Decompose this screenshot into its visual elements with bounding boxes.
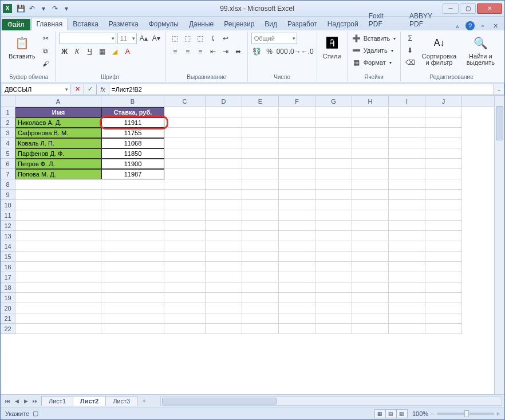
cell-B5[interactable]: 11850	[101, 148, 164, 159]
bold-icon[interactable]: Ж	[59, 46, 70, 57]
tab-layout[interactable]: Разметка	[104, 18, 144, 30]
col-header-I[interactable]: I	[389, 96, 425, 107]
increase-decimal-icon[interactable]: .0→	[289, 46, 301, 57]
cell-C2[interactable]	[164, 117, 206, 128]
zoom-out-icon[interactable]: −	[431, 410, 434, 417]
cell-E6[interactable]	[242, 159, 279, 169]
comma-icon[interactable]: 000	[277, 46, 288, 57]
cell-A14[interactable]	[15, 241, 101, 252]
cell-D4[interactable]	[206, 138, 242, 148]
cell-I21[interactable]	[389, 313, 425, 324]
cell-B16[interactable]	[101, 262, 164, 272]
cell-D19[interactable]	[206, 293, 242, 303]
cell-A3[interactable]: Сафронова В. М.	[15, 128, 101, 138]
cell-C1[interactable]	[164, 107, 206, 117]
align-left-icon[interactable]: ≡	[169, 46, 181, 57]
row-header-10[interactable]: 10	[1, 200, 15, 210]
cell-I7[interactable]	[389, 169, 425, 179]
fx-icon[interactable]: fx	[97, 84, 109, 95]
view-normal-icon[interactable]: ▦	[374, 409, 386, 418]
vertical-scroll-thumb[interactable]	[496, 106, 503, 140]
workbook-close-icon[interactable]: ✕	[491, 21, 500, 30]
cell-F13[interactable]	[279, 231, 315, 241]
cell-A13[interactable]	[15, 231, 101, 241]
delete-cells-button[interactable]: ➖Удалить▾	[351, 45, 394, 56]
cell-G18[interactable]	[315, 282, 352, 293]
cell-G21[interactable]	[315, 313, 352, 324]
cell-I22[interactable]	[389, 324, 425, 334]
cell-H14[interactable]	[352, 241, 389, 252]
cell-C8[interactable]	[164, 179, 206, 190]
cell-J5[interactable]	[425, 148, 462, 159]
cell-B10[interactable]	[101, 200, 164, 210]
cell-F12[interactable]	[279, 221, 315, 231]
cell-F15[interactable]	[279, 252, 315, 262]
sheet-nav-first-icon[interactable]: ⏮	[3, 397, 12, 406]
cell-C10[interactable]	[164, 200, 206, 210]
cell-B20[interactable]	[101, 303, 164, 313]
cell-A6[interactable]: Петров Ф. Л.	[15, 159, 101, 169]
cell-J10[interactable]	[425, 200, 462, 210]
cell-J18[interactable]	[425, 282, 462, 293]
cell-C7[interactable]	[164, 169, 206, 179]
cell-I3[interactable]	[389, 128, 425, 138]
cell-I19[interactable]	[389, 293, 425, 303]
cell-F3[interactable]	[279, 128, 315, 138]
tab-home[interactable]: Главная	[31, 18, 68, 30]
cell-I17[interactable]	[389, 272, 425, 282]
font-name-combo[interactable]	[59, 33, 116, 44]
find-select-button[interactable]: 🔍 Найти и выделить	[463, 33, 499, 67]
row-header-11[interactable]: 11	[1, 210, 15, 221]
decrease-decimal-icon[interactable]: ←.0	[302, 46, 313, 57]
sheet-nav-last-icon[interactable]: ⏭	[30, 397, 40, 406]
cell-E12[interactable]	[242, 221, 279, 231]
row-header-7[interactable]: 7	[1, 169, 15, 179]
cell-B21[interactable]	[101, 313, 164, 324]
cell-C18[interactable]	[164, 282, 206, 293]
window-restore-icon[interactable]: ▫	[478, 21, 487, 30]
cell-A22[interactable]	[15, 324, 101, 334]
cell-E2[interactable]	[242, 117, 279, 128]
cell-G12[interactable]	[315, 221, 352, 231]
copy-icon[interactable]: ⧉	[40, 45, 52, 57]
cell-F4[interactable]	[279, 138, 315, 148]
zoom-knob[interactable]	[464, 410, 469, 417]
cell-F16[interactable]	[279, 262, 315, 272]
cell-E18[interactable]	[242, 282, 279, 293]
tab-foxit[interactable]: Foxit PDF	[364, 10, 404, 30]
cell-B12[interactable]	[101, 221, 164, 231]
cells-area[interactable]: ИмяСтавка, руб.Николаев А. Д.11911Сафрон…	[15, 107, 494, 334]
cell-E8[interactable]	[242, 179, 279, 190]
cell-H1[interactable]	[352, 107, 389, 117]
cell-B1[interactable]: Ставка, руб.	[101, 107, 164, 117]
col-header-B[interactable]: B	[101, 96, 164, 107]
cell-H10[interactable]	[352, 200, 389, 210]
cell-D21[interactable]	[206, 313, 242, 324]
cell-I8[interactable]	[389, 179, 425, 190]
cell-I11[interactable]	[389, 210, 425, 221]
cell-B13[interactable]	[101, 231, 164, 241]
cell-C16[interactable]	[164, 262, 206, 272]
cell-A8[interactable]	[15, 179, 101, 190]
cell-F8[interactable]	[279, 179, 315, 190]
cell-J8[interactable]	[425, 179, 462, 190]
cell-E11[interactable]	[242, 210, 279, 221]
row-header-6[interactable]: 6	[1, 159, 15, 169]
cell-I15[interactable]	[389, 252, 425, 262]
cell-A17[interactable]	[15, 272, 101, 282]
close-button[interactable]: ✕	[477, 3, 502, 14]
wrap-text-icon[interactable]: ↩	[220, 33, 231, 44]
cell-B2[interactable]: 11911	[101, 117, 164, 128]
sheet-tab-1[interactable]: Лист1	[41, 396, 73, 406]
cell-H20[interactable]	[352, 303, 389, 313]
sort-filter-button[interactable]: A↓ Сортировка и фильтр	[418, 33, 460, 67]
cell-F21[interactable]	[279, 313, 315, 324]
cell-A21[interactable]	[15, 313, 101, 324]
ribbon-minimize-icon[interactable]: ▵	[453, 21, 462, 30]
cell-A12[interactable]	[15, 221, 101, 231]
cell-F20[interactable]	[279, 303, 315, 313]
tab-developer[interactable]: Разработ	[282, 18, 322, 30]
increase-font-icon[interactable]: A▴	[138, 33, 149, 44]
cell-C22[interactable]	[164, 324, 206, 334]
help-icon[interactable]: ?	[465, 21, 475, 30]
